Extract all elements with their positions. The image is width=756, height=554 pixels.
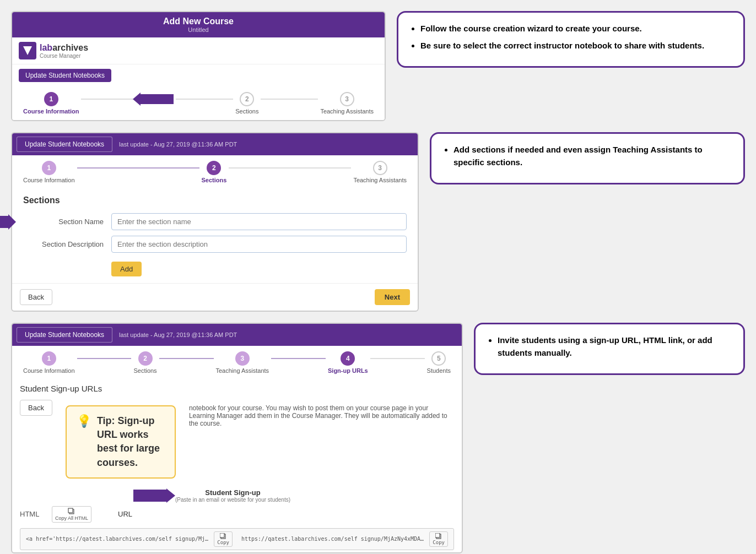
bot-conn-4: [370, 358, 425, 359]
bot-step-2: 2 Sections: [133, 351, 156, 374]
signup-card: Update Student Notebooks last update - A…: [11, 323, 463, 553]
step-2-label: Sections: [235, 108, 258, 115]
logo-sub: Course Manager: [40, 53, 88, 59]
bot-step-3-label: Teaching Assistants: [216, 367, 269, 374]
step-connector-1: [81, 99, 138, 100]
middle-steps: 1 Course Information 2 Sections 3 Teachi…: [12, 155, 418, 189]
mid-step-3-label: Teaching Assistants: [353, 177, 407, 183]
card-header-bar: Update Student Notebooks last update - A…: [12, 133, 418, 155]
mid-step-1-node: 1 Course Information: [23, 161, 75, 183]
header-subtitle: Untitled: [19, 26, 378, 33]
signup-header-bar: Update Student Notebooks last update - A…: [12, 324, 462, 346]
add-section-btn[interactable]: Add: [111, 262, 142, 276]
bot-step-5-label: Students: [427, 367, 451, 374]
top-section: Add New Course Untitled labarchives Cour…: [11, 11, 745, 121]
step-3-node: 3 Teaching Assistants: [320, 92, 374, 115]
copy-btn-1[interactable]: Copy: [214, 531, 233, 547]
bot-conn-3: [271, 358, 326, 359]
tip-box: 💡 Tip: Sign-up URL works best for large …: [66, 405, 176, 479]
step-connector-3: [261, 99, 318, 100]
sections-card: Update Student Notebooks last update - A…: [11, 132, 419, 312]
signup-last-update: last update - Aug 27, 2019 @11:36 AM PDT: [119, 332, 237, 338]
step-1-label: Course Information: [23, 108, 79, 115]
section-desc-row: Section Description: [23, 236, 407, 253]
bottom-section: Update Student Notebooks last update - A…: [11, 323, 745, 553]
update-student-notebooks-btn-top[interactable]: Update Student Notebooks: [19, 69, 111, 82]
wizard-card-top: Add New Course Untitled labarchives Cour…: [11, 11, 386, 121]
svg-rect-7: [435, 533, 440, 537]
svg-rect-5: [220, 533, 224, 537]
tip-lightbulb-icon: 💡: [77, 414, 91, 428]
section-name-input[interactable]: [111, 213, 407, 230]
callout-list-top: Follow the course creation wizard to cre…: [411, 23, 731, 52]
logo-area: labarchives Course Manager: [12, 37, 385, 64]
callout-sections-item: Add sections if needed and even assign T…: [453, 144, 731, 169]
callout-item-2: Be sure to select the correct instructor…: [420, 40, 731, 52]
callout-box-top: Follow the course creation wizard to cre…: [397, 11, 745, 68]
callout-box-bottom: Invite students using a sign-up URL, HTM…: [474, 323, 745, 375]
html-url-row: HTML Copy All HTML URL: [12, 503, 462, 526]
step-connector-2: [176, 99, 233, 100]
callout-bottom-list: Invite students using a sign-up URL, HTM…: [488, 334, 731, 359]
code-text-1: <a href='https://qatest.labarchives.com/…: [26, 536, 209, 542]
logo-text: labarchives Course Manager: [40, 43, 88, 59]
copy-btn-label-1: Copy: [217, 540, 229, 545]
bot-step-1-label: Course Information: [23, 367, 75, 374]
bot-step-4: 4 Sign-up URLs: [328, 351, 368, 374]
section-desc-label: Section Description: [23, 240, 111, 248]
step-2-circle: 2: [240, 92, 254, 106]
logo-lab: lab: [40, 43, 52, 52]
mid-step-3-node: 3 Teaching Assistants: [353, 161, 407, 183]
bot-step-5: 5 Students: [427, 351, 451, 374]
middle-section: Update Student Notebooks last update - A…: [11, 132, 745, 312]
copy-icon-2: [435, 533, 442, 540]
last-update-text: last update - Aug 27, 2019 @11:36 AM PDT: [119, 141, 237, 148]
copy-btn-label-2: Copy: [433, 540, 445, 545]
mid-step-2-node: 2 Sections: [202, 161, 227, 183]
code-text-2: https://qatest.labarchives.com/self_sign…: [241, 536, 425, 542]
html-label: HTML: [20, 510, 47, 518]
bot-step-3: 3 Teaching Assistants: [216, 351, 269, 374]
mid-connector-1: [77, 167, 199, 169]
page-wrapper: Add New Course Untitled labarchives Cour…: [11, 11, 745, 553]
sections-form-body: Sections Section Name Section Descriptio…: [12, 189, 418, 283]
sections-card-footer: Back Next: [12, 283, 418, 311]
copy-all-html-label: Copy All HTML: [55, 515, 88, 521]
labarchives-logo-icon: [19, 42, 36, 59]
sections-form-title: Sections: [23, 195, 407, 205]
update-student-notebooks-btn-mid[interactable]: Update Student Notebooks: [17, 137, 112, 152]
step-3-label: Teaching Assistants: [320, 108, 374, 115]
bot-step-4-circle: 4: [341, 351, 355, 366]
copy-btn-2[interactable]: Copy: [429, 531, 448, 547]
signup-label: Student Sign-up (Paste in an email or we…: [175, 488, 290, 503]
bot-conn-2: [159, 358, 214, 359]
wizard-steps-top: 1 Course Information 2 Sections 3: [12, 86, 385, 120]
update-student-notebooks-btn-bot[interactable]: Update Student Notebooks: [17, 327, 112, 343]
logo-brand: labarchives: [40, 43, 88, 53]
section-name-label: Section Name: [23, 218, 111, 226]
mid-step-3-circle: 3: [373, 161, 387, 175]
mid-step-2-circle: 2: [207, 161, 221, 175]
back-btn-mid[interactable]: Back: [20, 289, 52, 305]
callout-item-1: Follow the course creation wizard to cre…: [420, 23, 731, 35]
section-desc-input[interactable]: [111, 236, 407, 253]
copy-all-html-btn[interactable]: Copy All HTML: [52, 506, 91, 523]
mid-step-1-label: Course Information: [23, 177, 75, 183]
tip-description: notebook for your course. You may wish t…: [189, 400, 454, 427]
header-title: Add New Course: [19, 17, 378, 26]
bot-step-5-circle: 5: [431, 351, 446, 366]
bot-step-4-label: Sign-up URLs: [328, 367, 368, 374]
tip-text: Tip: Sign-up URL works best for large co…: [97, 414, 165, 470]
url-label: URL: [118, 510, 132, 518]
bot-step-1-circle: 1: [42, 351, 56, 366]
bot-step-2-circle: 2: [138, 351, 153, 366]
copy-all-icon: [68, 508, 75, 515]
callout-bottom-item: Invite students using a sign-up URL, HTM…: [498, 334, 731, 359]
mid-step-1-circle: 1: [42, 161, 56, 175]
signup-label-sub: (Paste in an email or website for your s…: [175, 497, 290, 503]
next-btn-mid[interactable]: Next: [375, 289, 410, 305]
back-btn-bot[interactable]: Back: [20, 400, 52, 416]
signup-section-title: Student Sign-up URLs: [12, 379, 462, 398]
bot-step-2-label: Sections: [133, 367, 156, 374]
callout-sections-list: Add sections if needed and even assign T…: [444, 144, 731, 169]
